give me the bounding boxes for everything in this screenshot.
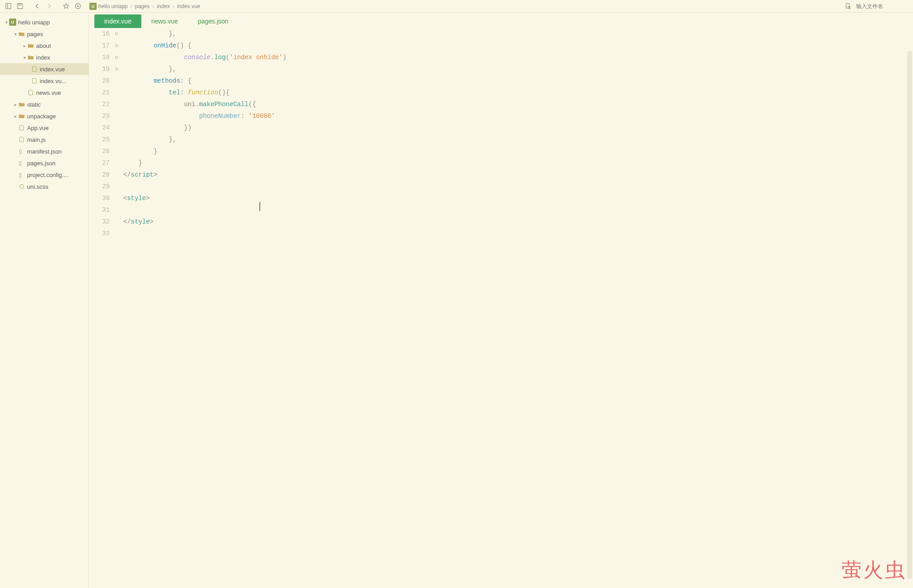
tab-pages-json[interactable]: pages.json [188, 14, 238, 28]
svg-text:[]: [] [19, 161, 22, 166]
tree-project[interactable]: ▾U hello uniapp [0, 16, 89, 28]
breadcrumb[interactable]: U hello uniapp › pages › index › index.v… [89, 3, 200, 10]
svg-rect-0 [5, 4, 10, 9]
tree-file-manifest[interactable]: {} manifest.json [0, 145, 89, 157]
code-content[interactable]: }, onHide() { console.log('index onhide'… [121, 28, 913, 588]
main-area: ▾U hello uniapp ▾ pages ▸ about ▾ index … [0, 13, 913, 588]
project-icon: U [9, 19, 16, 26]
nav-forward-icon[interactable] [43, 1, 54, 11]
breadcrumb-seg[interactable]: pages [135, 3, 150, 9]
json-file-icon: [] [18, 171, 25, 178]
folder-icon [18, 112, 25, 120]
svg-line-6 [850, 8, 851, 9]
editor-pane: index.vue news.vue pages.json 1617181920… [89, 13, 913, 588]
tree-label: uni.scss [27, 183, 48, 190]
tree-label: news.vue [36, 89, 61, 96]
nav-back-icon[interactable] [32, 1, 42, 11]
project-icon: U [89, 3, 97, 10]
tree-file-main-js[interactable]: main.js [0, 134, 89, 145]
json-file-icon: [] [18, 159, 25, 167]
svg-text:{}: {} [19, 149, 22, 154]
tree-label: index.vu... [40, 78, 66, 84]
svg-point-10 [20, 185, 24, 189]
tree-file-news-vue[interactable]: news.vue [0, 87, 89, 98]
search-file-icon[interactable] [843, 1, 853, 11]
tree-file-index-vu2[interactable]: index.vu... [0, 75, 89, 87]
tree-folder-index[interactable]: ▾ index [0, 51, 89, 63]
vue-file-icon [27, 89, 34, 96]
tree-folder-about[interactable]: ▸ about [0, 40, 89, 51]
star-icon[interactable] [61, 1, 71, 11]
tree-label: hello uniapp [18, 19, 50, 26]
tree-folder-pages[interactable]: ▾ pages [0, 28, 89, 40]
search-filename-input[interactable] [856, 3, 910, 9]
save-icon[interactable] [14, 1, 25, 11]
tab-news-vue[interactable]: news.vue [141, 14, 188, 28]
folder-icon [27, 54, 34, 61]
breadcrumb-seg[interactable]: index [157, 3, 170, 9]
tree-label: manifest.json [27, 148, 62, 155]
code-editor[interactable]: 161718192021222324252627282930313233 ⊟⊟⊟… [89, 28, 913, 588]
breadcrumb-seg[interactable]: hello uniapp [98, 3, 128, 9]
tree-label: static [27, 101, 41, 108]
tree-file-project-config[interactable]: [] project.config.... [0, 169, 89, 181]
vue-file-icon [31, 77, 38, 84]
vue-file-icon [31, 65, 38, 73]
tree-label: project.config.... [27, 172, 69, 178]
tree-label: pages [27, 31, 43, 37]
tree-file-index-vue[interactable]: index.vue [0, 63, 89, 75]
json-file-icon: {} [18, 148, 25, 155]
tab-bar: index.vue news.vue pages.json [89, 13, 913, 28]
vertical-scrollbar[interactable] [907, 51, 912, 579]
tree-label: pages.json [27, 160, 56, 167]
vue-file-icon [18, 124, 25, 131]
folder-icon [27, 42, 34, 49]
fold-column[interactable]: ⊟⊟⊟⊟ [112, 28, 121, 588]
file-explorer[interactable]: ▾U hello uniapp ▾ pages ▸ about ▾ index … [0, 13, 89, 588]
svg-text:[]: [] [19, 173, 22, 177]
tree-label: unpackage [27, 113, 56, 120]
breadcrumb-seg[interactable]: index.vue [177, 3, 200, 9]
panel-toggle-icon[interactable] [3, 1, 14, 11]
tree-file-app-vue[interactable]: App.vue [0, 122, 89, 134]
tree-folder-unpackage[interactable]: ▸ unpackage [0, 110, 89, 122]
js-file-icon [18, 136, 25, 143]
tree-label: main.js [27, 136, 46, 143]
tree-label: App.vue [27, 125, 49, 131]
tree-file-pages-json[interactable]: [] pages.json [0, 157, 89, 169]
tree-label: about [36, 42, 51, 49]
run-icon[interactable] [72, 1, 83, 11]
tree-file-uni-scss[interactable]: uni.scss [0, 181, 89, 192]
tab-index-vue[interactable]: index.vue [94, 14, 141, 28]
folder-icon [18, 30, 25, 37]
scss-file-icon [18, 183, 25, 190]
text-cursor [260, 202, 260, 211]
tree-label: index.vue [40, 66, 65, 73]
line-gutter: 161718192021222324252627282930313233 [89, 28, 112, 588]
tree-label: index [36, 54, 50, 61]
folder-icon [18, 101, 25, 108]
toolbar: U hello uniapp › pages › index › index.v… [0, 0, 913, 13]
tree-folder-static[interactable]: ▸ static [0, 98, 89, 110]
